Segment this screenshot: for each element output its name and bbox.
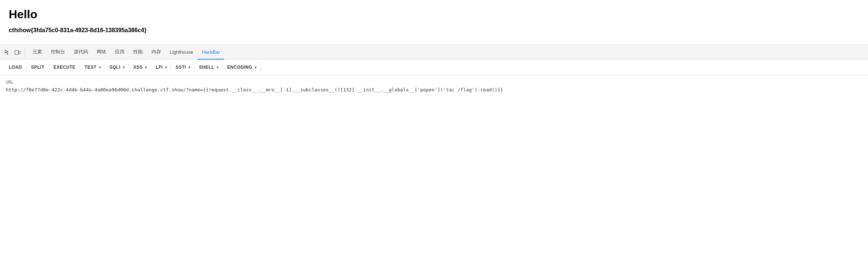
tab-elements[interactable]: 元素 bbox=[28, 45, 46, 60]
svg-rect-1 bbox=[19, 51, 20, 54]
devtools-icon-group bbox=[3, 48, 25, 57]
tab-lighthouse[interactable]: Lighthouse bbox=[165, 45, 198, 60]
hackbar-test-button[interactable]: TEST ▼ bbox=[80, 62, 105, 73]
hackbar-lfi-button[interactable]: LFI ▼ bbox=[151, 62, 171, 73]
tab-application[interactable]: 应用 bbox=[111, 45, 129, 60]
devtools-panel: 元素 控制台 源代码 网络 应用 性能 内存 Lighthouse HackBa… bbox=[0, 45, 868, 98]
page-content: Hello ctfshow{3fda75c0-831a-4923-8d16-13… bbox=[0, 0, 868, 34]
lfi-dropdown-arrow: ▼ bbox=[164, 65, 168, 69]
url-label: URL bbox=[6, 80, 862, 85]
main-heading: Hello bbox=[9, 7, 859, 21]
svg-rect-0 bbox=[15, 50, 18, 54]
test-dropdown-arrow: ▼ bbox=[98, 65, 102, 69]
encoding-dropdown-arrow: ▼ bbox=[254, 65, 257, 69]
sqli-dropdown-arrow: ▼ bbox=[122, 65, 126, 69]
hackbar-load-button[interactable]: LOAD bbox=[4, 62, 27, 73]
url-value[interactable]: http://f0e77d8e-422c-4d4b-b44a-4a00ea96d… bbox=[6, 86, 862, 94]
devtools-tabbar: 元素 控制台 源代码 网络 应用 性能 内存 Lighthouse HackBa… bbox=[0, 45, 868, 60]
tab-console[interactable]: 控制台 bbox=[46, 45, 69, 60]
xss-dropdown-arrow: ▼ bbox=[144, 65, 148, 69]
tab-sources[interactable]: 源代码 bbox=[69, 45, 92, 60]
tab-hackbar[interactable]: HackBar bbox=[198, 45, 225, 60]
tab-network[interactable]: 网络 bbox=[92, 45, 111, 60]
hackbar-sqli-button[interactable]: SQLI ▼ bbox=[105, 62, 129, 73]
hackbar-content: URL http://f0e77d8e-422c-4d4b-b44a-4a00e… bbox=[0, 75, 868, 98]
inspect-icon[interactable] bbox=[3, 48, 12, 57]
hackbar-ssti-button[interactable]: SSTI ▼ bbox=[171, 62, 195, 73]
device-toolbar-icon[interactable] bbox=[13, 48, 22, 57]
hackbar-execute-button[interactable]: EXECUTE bbox=[49, 62, 80, 73]
shell-dropdown-arrow: ▼ bbox=[216, 65, 219, 69]
ssti-dropdown-arrow: ▼ bbox=[188, 65, 191, 69]
hackbar-shell-button[interactable]: SHELL ▼ bbox=[195, 62, 223, 73]
tab-performance[interactable]: 性能 bbox=[129, 45, 147, 60]
hackbar-toolbar: LOAD SPLIT EXECUTE TEST ▼ SQLI ▼ XSS ▼ L… bbox=[0, 60, 868, 75]
hackbar-split-button[interactable]: SPLIT bbox=[27, 62, 49, 73]
hackbar-encoding-button[interactable]: ENCODING ▼ bbox=[223, 62, 261, 73]
tab-memory[interactable]: 内存 bbox=[147, 45, 165, 60]
hackbar-xss-button[interactable]: XSS ▼ bbox=[129, 62, 151, 73]
flag-text: ctfshow{3fda75c0-831a-4923-8d16-138395a3… bbox=[9, 27, 859, 34]
